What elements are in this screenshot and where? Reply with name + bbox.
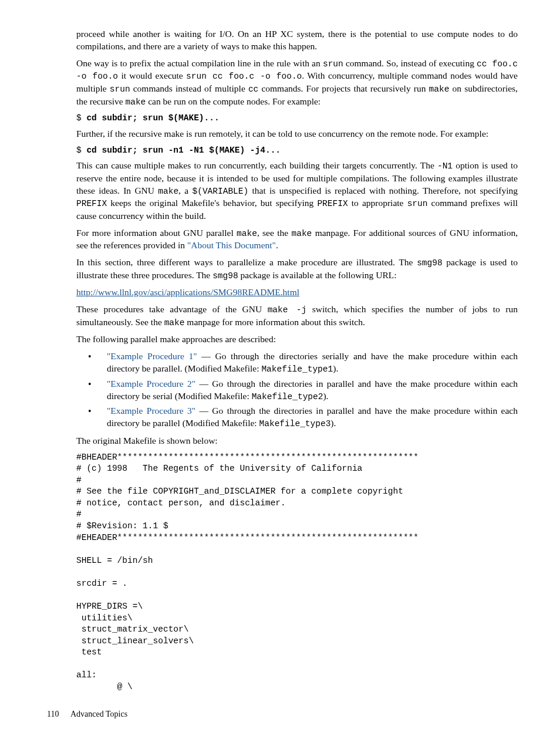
text: it would execute <box>118 70 186 80</box>
code-inline: srun cc foo.c -o foo.o <box>186 72 302 81</box>
page-number: 110 <box>47 709 70 720</box>
text: , a <box>178 185 192 195</box>
code-inline: Makefile_type1 <box>261 364 333 374</box>
makefile-code-block: #BHEADER********************************… <box>76 452 518 693</box>
text: One way is to prefix the actual compilat… <box>76 58 323 68</box>
paragraph: proceed while another is waiting for I/O… <box>76 28 518 53</box>
code-inline: Makefile_type3 <box>259 419 331 428</box>
list-item: "Example Procedure 2" — Go through the d… <box>76 378 518 403</box>
paragraph: In this section, three different ways to… <box>76 256 518 282</box>
paragraph: The following parallel make approaches a… <box>76 333 518 346</box>
smg98-url-link[interactable]: http://www.llnl.gov/asci/applications/SM… <box>76 287 299 297</box>
text: ). <box>333 363 338 373</box>
text: . <box>276 240 278 250</box>
page-footer: 110Advanced Topics <box>47 709 518 720</box>
paragraph: The original Makefile is shown below: <box>76 435 518 447</box>
example-procedure-1-link[interactable]: "Example Procedure 1" <box>107 351 197 361</box>
url-paragraph: http://www.llnl.gov/asci/applications/SM… <box>76 286 518 299</box>
text: keeps the original Makefile's behavior, … <box>107 198 317 208</box>
code-inline: smg98 <box>212 271 238 281</box>
code-inline: cc <box>248 85 258 94</box>
code-inline: srun <box>323 59 343 69</box>
text: ). <box>330 418 336 428</box>
text: package is available at the following UR… <box>238 270 397 280</box>
command-text: cd subdir; srun $(MAKE)... <box>86 113 219 123</box>
code-inline: smg98 <box>417 258 443 268</box>
paragraph: One way is to prefix the actual compilat… <box>76 58 518 108</box>
paragraph: For more information about GNU parallel … <box>76 227 518 252</box>
text: This can cause multiple makes to run con… <box>76 160 437 170</box>
code-inline: make <box>158 187 178 196</box>
text: commands. For projects that recursively … <box>258 83 429 93</box>
footer-title: Advanced Topics <box>70 710 127 718</box>
paragraph: These procedures take advantage of the G… <box>76 303 518 329</box>
about-document-link[interactable]: "About This Document" <box>187 240 276 250</box>
paragraph: Further, if the recursive make is run re… <box>76 128 518 140</box>
text: that is unspecified is replaced with not… <box>248 185 518 195</box>
code-inline: srun <box>407 199 428 208</box>
text: can be run on the compute nodes. For exa… <box>146 96 321 106</box>
code-inline: $(VARIABLE) <box>192 187 248 196</box>
example-procedure-3-link[interactable]: "Example Procedure 3" <box>107 406 195 416</box>
code-inline: srun <box>110 85 130 94</box>
text: ). <box>323 391 328 401</box>
code-inline: make <box>126 97 146 107</box>
code-inline: make <box>291 229 312 238</box>
text: command. So, instead of executing <box>343 58 477 68</box>
text: These procedures take advantage of the G… <box>76 304 268 314</box>
text: manpage for more information about this … <box>184 317 365 327</box>
text: to appropriate <box>348 198 407 208</box>
code-inline: make <box>429 85 450 94</box>
code-inline: make <box>164 318 185 328</box>
example-procedure-2-link[interactable]: "Example Procedure 2" <box>107 379 195 389</box>
text: In this section, three different ways to… <box>76 257 417 267</box>
code-inline: PREFIX <box>76 199 107 208</box>
text: , see the <box>257 228 292 238</box>
code-inline: Makefile_type2 <box>252 392 323 401</box>
prompt: $ <box>76 146 86 155</box>
code-inline: -N1 <box>437 161 453 171</box>
code-inline: make -j <box>268 305 307 315</box>
procedure-list: "Example Procedure 1" — Go through the d… <box>76 350 518 430</box>
paragraph: This can cause multiple makes to run con… <box>76 160 518 222</box>
page-content: proceed while another is waiting for I/O… <box>76 28 518 693</box>
code-inline: PREFIX <box>317 199 348 208</box>
list-item: "Example Procedure 3" — Go through the d… <box>76 405 518 430</box>
text: commands instead of multiple <box>130 83 248 93</box>
command-line: $ cd subdir; srun $(MAKE)... <box>76 113 518 124</box>
code-inline: make <box>237 229 257 238</box>
command-line: $ cd subdir; srun -n1 -N1 $(MAKE) -j4... <box>76 145 518 157</box>
list-item: "Example Procedure 1" — Go through the d… <box>76 350 518 375</box>
text: For more information about GNU parallel <box>76 228 237 238</box>
command-text: cd subdir; srun -n1 -N1 $(MAKE) -j4... <box>86 146 281 155</box>
prompt: $ <box>76 113 86 123</box>
